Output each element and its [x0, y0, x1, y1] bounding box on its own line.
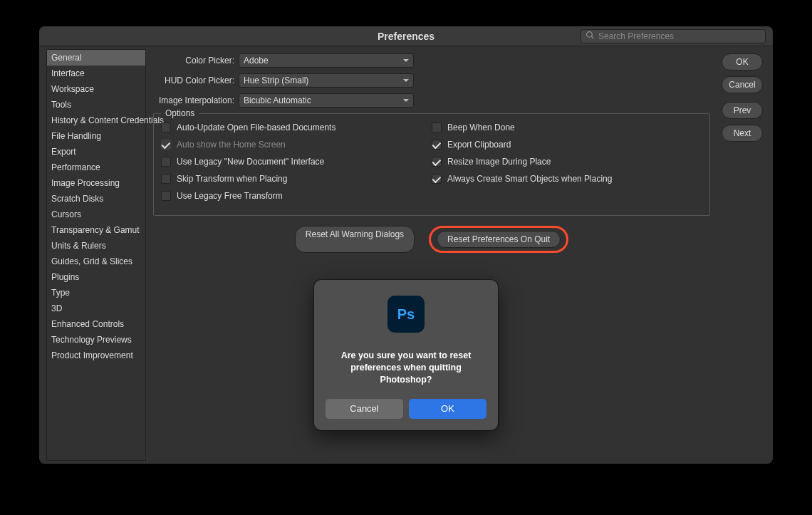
option-row: Export Clipboard — [432, 140, 702, 150]
search-preferences-field[interactable] — [581, 29, 766, 43]
settings-section: Color Picker:AdobeHUD Color Picker:Hue S… — [153, 53, 763, 108]
setting-row: HUD Color Picker:Hue Strip (Small) — [153, 73, 763, 88]
option-label: Resize Image During Place — [447, 157, 551, 167]
option-checkbox[interactable] — [432, 174, 442, 184]
sidebar-item-type[interactable]: Type — [47, 285, 145, 301]
modal-button-row: Cancel OK — [326, 399, 486, 419]
option-label: Use Legacy Free Transform — [177, 191, 283, 201]
option-row: Auto-Update Open File-based Documents — [161, 123, 432, 132]
option-checkbox[interactable] — [161, 123, 171, 132]
side-buttons: OK Cancel Prev Next — [722, 53, 763, 142]
sidebar-item-enhanced-controls[interactable]: Enhanced Controls — [47, 316, 145, 332]
option-checkbox[interactable] — [161, 191, 171, 201]
option-row: Use Legacy "New Document" Interface — [161, 157, 432, 167]
highlight-ring: Reset Preferences On Quit — [429, 226, 568, 253]
sidebar-item-units-rulers[interactable]: Units & Rulers — [47, 238, 145, 254]
option-label: Export Clipboard — [447, 140, 511, 150]
reset-warnings-button[interactable]: Reset All Warning Dialogs — [295, 226, 415, 253]
setting-label: HUD Color Picker: — [153, 76, 234, 85]
setting-label: Color Picker: — [153, 56, 234, 66]
option-checkbox[interactable] — [432, 157, 442, 167]
option-checkbox[interactable] — [161, 157, 171, 167]
sidebar-item-transparency-gamut[interactable]: Transparency & Gamut — [47, 222, 145, 238]
modal-cancel-button[interactable]: Cancel — [326, 399, 403, 419]
confirm-reset-dialog: Ps Are you sure you want to reset prefer… — [314, 280, 498, 430]
sidebar-item-3d[interactable]: 3D — [47, 301, 145, 316]
sidebar-item-history-content-credentials[interactable]: History & Content Credentials — [47, 113, 145, 128]
options-group: Options Auto-Update Open File-based Docu… — [153, 113, 710, 216]
modal-message: Are you sure you want to reset preferenc… — [326, 350, 486, 386]
option-row: Resize Image During Place — [432, 157, 702, 167]
sidebar-item-performance[interactable]: Performance — [47, 160, 145, 175]
bottom-button-row: Reset All Warning Dialogs Reset Preferen… — [153, 226, 710, 253]
dropdown-value: Adobe — [244, 56, 269, 66]
sidebar-item-technology-previews[interactable]: Technology Previews — [47, 332, 145, 348]
photoshop-app-icon: Ps — [387, 296, 425, 333]
option-label: Auto-Update Open File-based Documents — [177, 123, 335, 132]
prev-button[interactable]: Prev — [722, 102, 763, 119]
sidebar-item-workspace[interactable]: Workspace — [47, 81, 145, 97]
next-button[interactable]: Next — [722, 125, 763, 142]
option-label: Beep When Done — [447, 123, 515, 132]
sidebar-item-guides-grid-slices[interactable]: Guides, Grid & Slices — [47, 254, 145, 269]
dropdown-value: Bicubic Automatic — [244, 95, 311, 105]
option-row: Use Legacy Free Transform — [161, 191, 432, 201]
sidebar-item-cursors[interactable]: Cursors — [47, 207, 145, 222]
search-input[interactable] — [598, 31, 761, 41]
sidebar-item-scratch-disks[interactable]: Scratch Disks — [47, 191, 145, 207]
dropdown-value: Hue Strip (Small) — [244, 76, 308, 85]
option-label: Auto show the Home Screen — [177, 140, 286, 150]
ok-button[interactable]: OK — [722, 53, 763, 71]
sidebar-item-product-improvement[interactable]: Product Improvement — [47, 348, 145, 363]
sidebar-list: GeneralInterfaceWorkspaceToolsHistory & … — [46, 49, 146, 461]
options-legend: Options — [161, 108, 199, 118]
chevron-down-icon — [403, 99, 409, 102]
app-icon-text: Ps — [397, 306, 415, 323]
option-label: Always Create Smart Objects when Placing — [447, 174, 612, 184]
options-right-column: Beep When DoneExport ClipboardResize Ima… — [432, 123, 702, 208]
sidebar-item-image-processing[interactable]: Image Processing — [47, 175, 145, 191]
sidebar-item-tools[interactable]: Tools — [47, 97, 145, 113]
option-row: Auto show the Home Screen — [161, 140, 432, 150]
chevron-down-icon — [403, 59, 409, 62]
sidebar-item-plugins[interactable]: Plugins — [47, 269, 145, 285]
setting-dropdown[interactable]: Hue Strip (Small) — [239, 73, 414, 88]
options-left-column: Auto-Update Open File-based DocumentsAut… — [161, 123, 432, 208]
option-row: Skip Transform when Placing — [161, 174, 432, 184]
search-icon — [585, 30, 598, 43]
titlebar: Preferences — [39, 26, 773, 46]
setting-dropdown[interactable]: Bicubic Automatic — [239, 93, 414, 108]
reset-on-quit-button[interactable]: Reset Preferences On Quit — [437, 231, 561, 248]
setting-label: Image Interpolation: — [153, 95, 234, 105]
modal-ok-button[interactable]: OK — [409, 399, 486, 419]
sidebar-item-file-handling[interactable]: File Handling — [47, 128, 145, 144]
sidebar-item-interface[interactable]: Interface — [47, 66, 145, 81]
option-checkbox[interactable] — [432, 140, 442, 150]
option-checkbox — [161, 140, 171, 150]
option-checkbox[interactable] — [432, 123, 442, 132]
cancel-button[interactable]: Cancel — [722, 76, 763, 93]
sidebar-item-general[interactable]: General — [47, 50, 145, 66]
sidebar-item-export[interactable]: Export — [47, 144, 145, 160]
window-title: Preferences — [378, 31, 434, 42]
setting-row: Image Interpolation:Bicubic Automatic — [153, 93, 763, 108]
option-label: Skip Transform when Placing — [177, 174, 287, 184]
chevron-down-icon — [403, 79, 409, 82]
sidebar: GeneralInterfaceWorkspaceToolsHistory & … — [39, 46, 146, 464]
option-row: Beep When Done — [432, 123, 702, 132]
setting-row: Color Picker:Adobe — [153, 53, 763, 68]
option-label: Use Legacy "New Document" Interface — [177, 157, 324, 167]
setting-dropdown[interactable]: Adobe — [239, 53, 414, 68]
option-checkbox[interactable] — [161, 174, 171, 184]
option-row: Always Create Smart Objects when Placing — [432, 174, 702, 184]
